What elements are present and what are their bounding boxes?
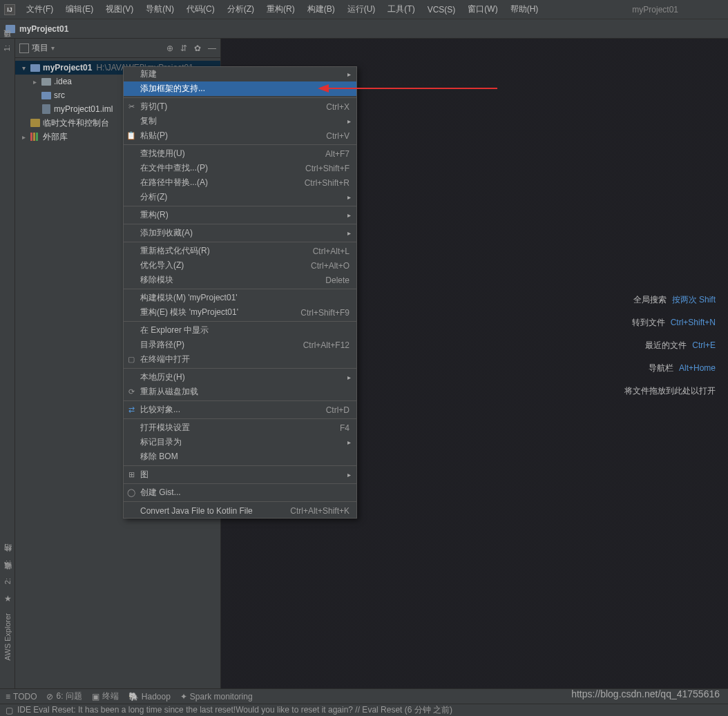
menu-window[interactable]: 窗口(W)	[462, 1, 503, 17]
tree-item-label: src	[54, 90, 65, 100]
cm-open-terminal[interactable]: ▢在终端中打开	[124, 352, 356, 367]
cm-find-usages[interactable]: 查找使用(U)Alt+F7	[124, 146, 356, 161]
statusbar: ▢ IDE Eval Reset: It has been a long tim…	[0, 704, 728, 716]
status-icon: ▢	[6, 706, 13, 715]
terminal-icon: ▢	[126, 355, 136, 365]
window-title: myProject01	[591, 5, 678, 14]
cm-show-explorer[interactable]: 在 Explorer 中显示	[124, 323, 356, 338]
app-logo-icon: IJ	[4, 4, 15, 15]
cm-find-in-files[interactable]: 在文件中查找...(P)Ctrl+Shift+F	[124, 161, 356, 175]
tip-navbar: 导航栏	[649, 363, 673, 373]
menu-file[interactable]: 文件(F)	[21, 1, 59, 17]
tip-drop: 将文件拖放到此处以打开	[624, 386, 716, 396]
paste-icon: 📋	[126, 131, 136, 141]
sidebar-title: 项目	[32, 42, 48, 54]
cm-add-framework[interactable]: 添加框架的支持...	[124, 81, 356, 96]
file-icon	[42, 104, 50, 114]
menu-help[interactable]: 帮助(H)	[505, 1, 544, 17]
tree-root-label: myProject01	[43, 63, 92, 72]
chevron-down-icon[interactable]: ▾	[19, 64, 28, 72]
folder-icon	[41, 78, 51, 86]
cm-rebuild-module[interactable]: 重构(E) 模块 'myProject01'Ctrl+Shift+F9	[124, 305, 356, 320]
cm-convert-kotlin[interactable]: Convert Java File to Kotlin FileCtrl+Alt…	[124, 503, 356, 518]
project-view-icon	[19, 43, 29, 53]
compare-icon: ⇄	[126, 405, 136, 415]
tree-item-label: 外部库	[43, 131, 68, 143]
breadcrumb-project[interactable]: myProject01	[19, 24, 68, 34]
chevron-right-icon[interactable]: ▸	[19, 133, 28, 141]
chevron-right-icon[interactable]: ▸	[30, 78, 39, 86]
collapse-icon[interactable]: ⇵	[180, 43, 187, 53]
github-icon: ◯	[126, 488, 136, 498]
menu-analyze[interactable]: 分析(Z)	[222, 1, 260, 17]
tb-hadoop[interactable]: 🐘 Hadoop	[128, 692, 171, 702]
reload-icon: ⟳	[126, 387, 136, 397]
library-icon	[30, 133, 40, 141]
cm-new[interactable]: 新建▸	[124, 67, 356, 81]
tb-todo[interactable]: ≡ TODO	[6, 692, 37, 702]
tip-navbar-kb: Alt+Home	[679, 363, 716, 373]
tb-spark[interactable]: ✦ Spark monitoring	[180, 692, 253, 702]
cm-compare[interactable]: ⇄比较对象...Ctrl+D	[124, 403, 356, 417]
cm-reload-disk[interactable]: ⟳重新从磁盘加载	[124, 385, 356, 399]
watermark: https://blog.csdn.net/qq_41755616	[571, 688, 720, 699]
tab-favorites[interactable]: 2: 收藏	[3, 576, 13, 584]
cm-module-settings[interactable]: 打开模块设置F4	[124, 420, 356, 435]
cm-analyze[interactable]: 分析(Z)▸	[124, 190, 356, 204]
menu-view[interactable]: 视图(V)	[100, 1, 139, 17]
cm-build-module[interactable]: 构建模块(M) 'myProject01'	[124, 291, 356, 305]
menu-run[interactable]: 运行(U)	[342, 1, 381, 17]
tip-goto-file-kb: Ctrl+Shift+N	[671, 318, 716, 327]
hide-icon[interactable]: —	[208, 43, 216, 53]
menu-code[interactable]: 代码(C)	[181, 1, 220, 17]
cm-diagrams[interactable]: ⊞图▸	[124, 467, 356, 482]
tip-recent: 最近的文件	[645, 340, 687, 350]
tip-search: 全局搜索	[633, 295, 667, 304]
tip-goto-file: 转到文件	[632, 318, 665, 327]
cm-create-gist[interactable]: ◯创建 Gist...	[124, 485, 356, 500]
tab-structure[interactable]: 7: 结构	[3, 558, 13, 566]
menu-tools[interactable]: 工具(T)	[382, 1, 420, 17]
folder-icon	[41, 92, 51, 99]
chevron-down-icon[interactable]: ▾	[51, 44, 55, 52]
welcome-tips: 全局搜索按两次 Shift 转到文件Ctrl+Shift+N 最近的文件Ctrl…	[624, 294, 716, 408]
context-menu: 新建▸ 添加框架的支持... ✂剪切(T)Ctrl+X 复制▸ 📋粘贴(P)Ct…	[123, 66, 357, 519]
menu-navigate[interactable]: 导航(N)	[140, 1, 180, 17]
cut-icon: ✂	[126, 102, 136, 112]
tb-problems[interactable]: ⊘ 6: 问题	[46, 690, 82, 702]
tab-project[interactable]: 1: 项目	[2, 43, 12, 51]
cm-remove-bom[interactable]: 移除 BOM	[124, 449, 356, 464]
status-text: IDE Eval Reset: It has been a long time …	[17, 704, 452, 716]
cm-reformat[interactable]: 重新格式化代码(R)Ctrl+Alt+L	[124, 244, 356, 258]
tree-item-label: .idea	[54, 77, 72, 86]
menu-vcs[interactable]: VCS(S)	[422, 3, 461, 17]
gear-icon[interactable]: ✿	[194, 43, 201, 53]
cm-remove-module[interactable]: 移除模块Delete	[124, 273, 356, 287]
menu-refactor[interactable]: 重构(R)	[261, 1, 300, 17]
menu-build[interactable]: 构建(B)	[302, 1, 341, 17]
menubar: IJ 文件(F) 编辑(E) 视图(V) 导航(N) 代码(C) 分析(Z) 重…	[0, 0, 728, 19]
cm-dir-path[interactable]: 目录路径(P)Ctrl+Alt+F12	[124, 338, 356, 352]
cm-cut[interactable]: ✂剪切(T)Ctrl+X	[124, 99, 356, 114]
cm-replace-in-path[interactable]: 在路径中替换...(A)Ctrl+Shift+R	[124, 175, 356, 190]
tree-item-label: 临时文件和控制台	[43, 117, 109, 129]
cm-paste[interactable]: 📋粘贴(P)Ctrl+V	[124, 128, 356, 143]
cm-copy[interactable]: 复制▸	[124, 114, 356, 128]
breadcrumb: myProject01	[0, 19, 728, 39]
scratch-icon	[30, 119, 40, 127]
cm-local-history[interactable]: 本地历史(H)▸	[124, 370, 356, 385]
cm-refactor[interactable]: 重构(R)▸	[124, 208, 356, 222]
tb-terminal[interactable]: ▣ 终端	[92, 690, 119, 702]
folder-icon	[6, 25, 15, 33]
folder-icon	[30, 64, 40, 72]
tree-item-label: myProject01.iml	[54, 104, 113, 114]
cm-optimize-imports[interactable]: 优化导入(Z)Ctrl+Alt+O	[124, 258, 356, 273]
locate-icon[interactable]: ⊕	[166, 43, 173, 53]
menu-edit[interactable]: 编辑(E)	[60, 1, 99, 17]
tip-recent-kb: Ctrl+E	[692, 340, 716, 350]
cm-mark-directory[interactable]: 标记目录为▸	[124, 435, 356, 449]
tab-aws-explorer[interactable]: AWS Explorer	[3, 613, 12, 661]
cm-add-favorites[interactable]: 添加到收藏(A)▸	[124, 226, 356, 240]
diagram-icon: ⊞	[126, 470, 136, 480]
tip-search-kb: 按两次 Shift	[672, 295, 716, 304]
